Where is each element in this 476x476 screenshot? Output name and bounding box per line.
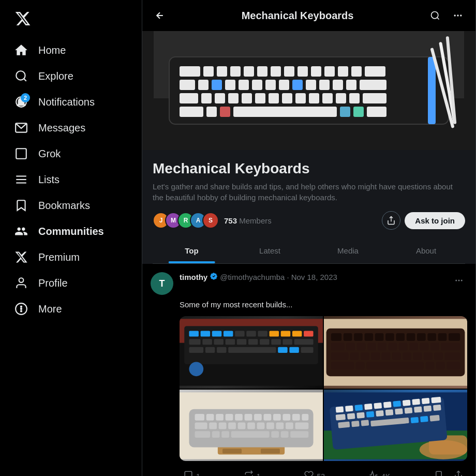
sidebar-item-label: Grok xyxy=(38,148,61,160)
sidebar-item-bookmarks[interactable]: Bookmarks xyxy=(6,192,136,218)
join-button[interactable]: Ask to join xyxy=(405,212,465,229)
svg-rect-63 xyxy=(363,93,386,103)
community-name: Mechanical Keyboards xyxy=(153,160,465,177)
app-logo[interactable] xyxy=(6,4,136,35)
post-image-1[interactable] xyxy=(180,316,323,389)
sidebar-item-lists[interactable]: Lists xyxy=(6,167,136,192)
svg-rect-30 xyxy=(298,66,308,77)
bookmark-button[interactable] xyxy=(430,467,448,476)
svg-rect-152 xyxy=(436,362,445,369)
svg-point-0 xyxy=(16,71,25,80)
svg-rect-150 xyxy=(366,362,424,369)
svg-rect-172 xyxy=(209,423,217,429)
svg-point-17 xyxy=(460,14,462,16)
svg-rect-200 xyxy=(393,400,401,407)
tab-about[interactable]: About xyxy=(387,238,465,263)
svg-rect-138 xyxy=(350,352,359,360)
svg-point-9 xyxy=(21,306,22,307)
svg-rect-90 xyxy=(270,331,279,336)
lists-icon xyxy=(14,173,28,186)
svg-rect-205 xyxy=(336,414,346,421)
retweet-icon xyxy=(244,470,254,476)
svg-rect-115 xyxy=(344,333,352,341)
retweet-button[interactable]: 1 xyxy=(240,467,265,476)
svg-rect-210 xyxy=(385,409,394,415)
svg-point-76 xyxy=(455,280,457,281)
svg-rect-66 xyxy=(220,107,230,117)
svg-rect-44 xyxy=(292,80,303,90)
svg-rect-34 xyxy=(351,66,362,77)
sidebar-item-grok[interactable]: Grok xyxy=(6,141,136,167)
sidebar-item-label: Bookmarks xyxy=(38,200,90,212)
tab-latest[interactable]: Latest xyxy=(231,238,309,263)
svg-rect-131 xyxy=(389,343,397,351)
reply-button[interactable]: 1 xyxy=(180,467,204,476)
svg-rect-170 xyxy=(302,414,308,421)
post-image-4[interactable] xyxy=(324,390,467,461)
svg-rect-130 xyxy=(378,343,386,351)
more-options-button[interactable] xyxy=(449,6,467,25)
sidebar-item-home[interactable]: Home xyxy=(6,37,136,63)
views-button[interactable]: 4K xyxy=(365,467,394,476)
svg-rect-86 xyxy=(224,331,233,336)
svg-rect-149 xyxy=(356,362,365,369)
sidebar-item-profile[interactable]: Profile xyxy=(6,270,136,296)
share-post-button[interactable] xyxy=(450,467,467,476)
svg-rect-92 xyxy=(292,331,302,336)
svg-rect-156 xyxy=(222,449,242,453)
sidebar-item-label: Profile xyxy=(38,277,68,289)
svg-rect-71 xyxy=(428,57,436,124)
back-button[interactable] xyxy=(151,6,169,25)
mail-icon xyxy=(14,121,28,135)
svg-rect-56 xyxy=(269,93,279,103)
svg-rect-116 xyxy=(354,333,363,341)
share-button[interactable] xyxy=(382,211,400,230)
post-more-button[interactable] xyxy=(451,272,467,289)
member-avatar: S xyxy=(202,212,219,229)
sidebar-item-label: Home xyxy=(38,44,66,56)
sidebar-item-more[interactable]: More xyxy=(6,296,136,322)
svg-rect-139 xyxy=(361,352,369,360)
svg-rect-36 xyxy=(180,80,195,90)
svg-rect-171 xyxy=(195,423,207,429)
svg-rect-108 xyxy=(278,347,287,353)
sidebar-item-communities[interactable]: Communities xyxy=(6,218,136,244)
community-meta: J M R A S 753 Members Ask to join xyxy=(153,211,465,230)
sidebar-item-premium[interactable]: Premium xyxy=(6,244,136,270)
svg-rect-166 xyxy=(264,414,272,421)
tab-media[interactable]: Media xyxy=(309,238,387,263)
sidebar-item-explore[interactable]: Explore xyxy=(6,63,136,89)
svg-rect-106 xyxy=(217,347,226,353)
svg-rect-169 xyxy=(292,414,300,421)
svg-rect-132 xyxy=(399,343,408,351)
svg-rect-196 xyxy=(355,405,363,411)
sidebar-item-messages[interactable]: Messages xyxy=(6,115,136,141)
reply-count: 1 xyxy=(196,472,200,477)
search-button[interactable] xyxy=(426,6,444,25)
bookmark-icon xyxy=(434,470,443,476)
svg-rect-213 xyxy=(414,406,422,412)
svg-rect-94 xyxy=(189,339,200,345)
svg-rect-140 xyxy=(371,352,380,360)
svg-rect-105 xyxy=(205,347,215,353)
svg-rect-67 xyxy=(233,107,337,117)
tab-top[interactable]: Top xyxy=(153,238,231,263)
svg-rect-28 xyxy=(271,66,281,77)
svg-rect-89 xyxy=(258,331,267,336)
svg-rect-22 xyxy=(180,66,200,77)
svg-rect-135 xyxy=(430,343,439,351)
like-button[interactable]: 53 xyxy=(300,467,329,476)
svg-rect-110 xyxy=(301,347,314,353)
svg-rect-120 xyxy=(396,333,405,341)
post-username-row: timothy @timothyachumba · Nov 18, 2023 xyxy=(180,272,444,282)
post-image-2[interactable] xyxy=(324,316,467,389)
post-image-3[interactable] xyxy=(180,390,323,461)
svg-rect-69 xyxy=(353,107,364,117)
sidebar-item-notifications[interactable]: 2 Notifications xyxy=(6,89,136,115)
svg-rect-39 xyxy=(225,80,235,90)
svg-rect-168 xyxy=(282,414,290,421)
svg-rect-85 xyxy=(212,331,221,336)
svg-rect-60 xyxy=(322,93,333,103)
svg-rect-188 xyxy=(290,431,308,438)
svg-rect-64 xyxy=(180,107,203,117)
